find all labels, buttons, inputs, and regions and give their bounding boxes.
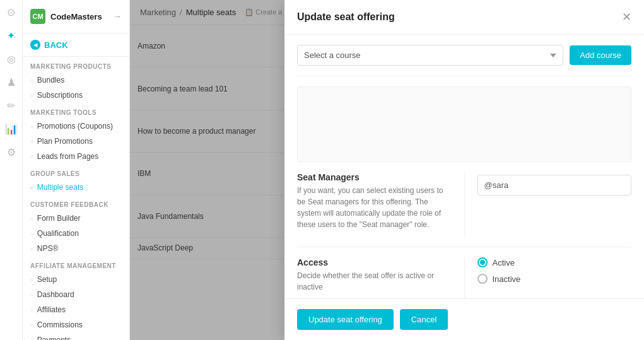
sidebar-item-payments[interactable]: Payments: [23, 332, 129, 340]
managers-access-row: Seat Managers If you want, you can selec…: [297, 172, 631, 247]
left-icon-strip: ⊙ ✦ ◎ ♟ ✏ 📊 ⚙: [0, 0, 23, 340]
nav-icon-3[interactable]: ◎: [7, 53, 16, 65]
access-title: Access: [297, 257, 452, 267]
sidebar-item-qualification[interactable]: Qualification: [23, 226, 129, 241]
seat-managers-desc: If you want, you can select existing use…: [297, 185, 452, 230]
nav-icon-4[interactable]: ♟: [7, 76, 16, 88]
course-select[interactable]: Select a course: [297, 45, 563, 66]
radio-option-active[interactable]: Active: [477, 257, 632, 267]
sidebar-item-nps[interactable]: NPS®: [23, 241, 129, 256]
seat-managers-title: Seat Managers: [297, 172, 452, 182]
radio-active-label: Active: [493, 258, 515, 267]
section-title-marketing-products: MARKETING PRODUCTS: [23, 57, 129, 73]
nav-icon-7[interactable]: ⚙: [7, 146, 16, 158]
access-section: Access Decide whether the seat offer is …: [297, 257, 464, 299]
modal-close-button[interactable]: ✕: [622, 10, 631, 24]
back-label: BACK: [44, 40, 68, 50]
sidebar-item-commissions[interactable]: Commissions: [23, 317, 129, 332]
export-icon[interactable]: →: [113, 11, 122, 21]
course-empty-area: [297, 86, 631, 162]
sidebar-item-form-builder[interactable]: Form Builder: [23, 211, 129, 226]
sidebar-item-promotions[interactable]: Promotions (Coupons): [23, 119, 129, 134]
sidebar-item-dashboard[interactable]: Dashboard: [23, 287, 129, 302]
add-course-button[interactable]: Add course: [570, 45, 631, 65]
sidebar: CM CodeMasters → BACK MARKETING PRODUCTS…: [23, 0, 130, 340]
main-content: Marketing / Multiple seats 📋 Create a se…: [130, 0, 644, 340]
nav-icon-6[interactable]: 📊: [5, 123, 18, 135]
modal-body: Select a course Add course Seat Managers…: [284, 35, 644, 340]
seat-managers-section: Seat Managers If you want, you can selec…: [297, 172, 464, 237]
sidebar-item-leads-from-pages[interactable]: Leads from Pages: [23, 149, 129, 164]
app-name: CodeMasters: [50, 12, 102, 21]
back-button[interactable]: BACK: [23, 33, 129, 57]
radio-inactive-indicator: [477, 274, 488, 284]
section-title-customer-feedback: CUSTOMER FEEDBACK: [23, 195, 129, 211]
sidebar-item-subscriptions[interactable]: Subscriptions: [23, 88, 129, 103]
access-desc: Decide whether the seat offer is active …: [297, 270, 452, 293]
seat-manager-input[interactable]: [477, 175, 632, 196]
access-radio-group: Active Inactive: [465, 257, 632, 299]
radio-option-inactive[interactable]: Inactive: [477, 274, 632, 284]
course-selector-row: Select a course Add course: [297, 45, 631, 76]
section-title-marketing-tools: MARKETING TOOLS: [23, 103, 129, 119]
nav-icon-5[interactable]: ✏: [7, 100, 15, 112]
sidebar-item-multiple-seats[interactable]: Multiple seats: [23, 180, 129, 195]
sidebar-item-plan-promotions[interactable]: Plan Promotions: [23, 134, 129, 149]
modal-footer: Update seat offering Cancel: [284, 298, 644, 340]
back-dot: [30, 40, 40, 50]
sidebar-header: CM CodeMasters →: [23, 0, 129, 33]
sidebar-item-affiliates[interactable]: Affiliates: [23, 302, 129, 317]
cancel-button[interactable]: Cancel: [400, 309, 448, 330]
nav-icon-1[interactable]: ⊙: [7, 6, 15, 18]
radio-active-indicator: [477, 257, 488, 267]
radio-inactive-label: Inactive: [493, 274, 521, 284]
update-seat-offering-button[interactable]: Update seat offering: [297, 309, 394, 330]
seat-managers-input-area: [465, 172, 632, 237]
modal-title: Update seat offering: [297, 11, 395, 23]
modal-overlay: Update seat offering ✕ Select a course A…: [130, 0, 644, 340]
section-title-group-sales: GROUP SALES: [23, 164, 129, 180]
sidebar-item-bundles[interactable]: Bundles: [23, 73, 129, 88]
modal-header: Update seat offering ✕: [284, 0, 644, 35]
update-seat-modal: Update seat offering ✕ Select a course A…: [284, 0, 644, 340]
sidebar-item-setup[interactable]: Setup: [23, 272, 129, 287]
nav-icon-2[interactable]: ✦: [7, 30, 15, 42]
app-logo: CM: [30, 9, 45, 24]
section-title-affiliate-management: AFFILIATE MANAGEMENT: [23, 256, 129, 272]
